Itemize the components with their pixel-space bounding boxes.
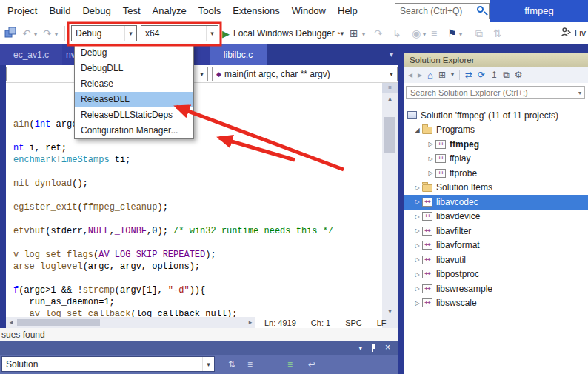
output-window-icon[interactable]: ⇅ [493,27,502,39]
chevron-down-icon[interactable]: ▾ [55,31,58,38]
solution-explorer-search-input[interactable]: Search Solution Explorer (Ctrl+;) ▾ [406,86,585,99]
chevron-down-icon[interactable]: ▾ [423,31,426,38]
menu-item-project[interactable]: Project [1,0,43,22]
solution-explorer-title[interactable]: Solution Explorer [404,53,588,67]
live-share-button[interactable]: Liv [561,27,586,40]
tree-item-solution-items[interactable]: ▷Solution Items [404,181,588,196]
indent-indicator[interactable]: SPC [345,318,362,327]
scroll-down-icon[interactable]: ▾ [382,306,398,316]
config-option-configuration-manager[interactable]: Configuration Manager... [75,123,193,138]
menu-item-help[interactable]: Help [332,0,364,22]
chevron-down-icon[interactable]: ▾ [362,31,365,38]
collapse-all-icon[interactable]: ↥ [490,70,498,79]
tree-item-libavutil[interactable]: ▷++libavutil [404,253,588,267]
chevron-down-icon[interactable]: ▾ [196,70,207,78]
immediate-window-icon[interactable]: ≡ [431,27,437,39]
back-icon[interactable]: ◂ [408,70,412,79]
expander-icon[interactable]: ▷ [412,198,422,205]
menu-item-analyze[interactable]: Analyze [147,0,193,22]
tree-item-programs[interactable]: ◢Programs [404,123,588,138]
line-indicator[interactable]: Ln: 4919 [264,318,296,327]
editor-health-indicator[interactable]: sues found [0,328,398,341]
bookmark-icon[interactable]: ⚑ [447,27,457,39]
redo-icon[interactable]: ↷ [43,27,52,39]
chevron-down-icon[interactable]: ▾ [206,26,218,41]
eol-indicator[interactable]: LF [377,318,387,327]
tree-item-libpostproc[interactable]: ▷++libpostproc [404,267,588,282]
expander-icon[interactable]: ▷ [412,300,422,307]
editor-split-handle[interactable]: ≡ [382,83,398,93]
tree-item-libswscale[interactable]: ▷++libswscale [404,296,588,311]
menu-item-debug[interactable]: Debug [76,0,116,22]
step-into-icon[interactable]: ↳ [392,27,401,39]
scroll-left-icon[interactable]: ◂ [6,317,16,328]
tree-item-ffprobe[interactable]: ▷++ffprobe [404,166,588,181]
column-indicator[interactable]: Ch: 1 [311,318,330,327]
sync-with-active-document-icon[interactable]: ⇄ [465,70,472,79]
expander-icon[interactable]: ▷ [412,213,422,220]
chevron-down-icon[interactable]: ▾ [124,26,136,41]
vertical-scrollbar-thumb[interactable] [384,117,395,153]
menu-item-build[interactable]: Build [43,0,76,22]
breakpoints-icon[interactable]: ◉ [412,27,421,39]
editor-vertical-scrollbar[interactable]: ≡ ▴ ▾ [382,83,398,317]
tree-item-ffmpeg[interactable]: ▷++ffmpeg [404,137,588,152]
menu-item-tools[interactable]: Tools [193,0,227,22]
menu-item-window[interactable]: Window [286,0,332,22]
list-icon[interactable]: ≡ [247,359,253,370]
config-option-releasedllstaticdeps[interactable]: ReleaseDLLStaticDeps [75,107,193,123]
undo-icon[interactable]: ↶ [22,27,31,39]
show-all-files-icon[interactable]: ⧉ [503,70,510,79]
menu-item-extensions[interactable]: Extensions [227,0,286,22]
tree-item-libswresample[interactable]: ▷++libswresample [404,281,588,296]
expander-icon[interactable]: ▷ [426,141,435,147]
start-debugging-button[interactable]: ▶ Local Windows Debugger ▾ [222,25,344,41]
save-all-icon[interactable] [4,27,17,41]
chevron-down-icon[interactable]: ▾ [34,31,37,38]
expander-icon[interactable]: ▷ [412,242,422,249]
config-option-debug[interactable]: Debug [75,45,193,61]
menu-item-test[interactable]: Test [117,0,147,22]
output-filter-dropdown[interactable]: Solution ▾ [1,356,215,372]
expander-icon[interactable]: ▷ [412,227,422,234]
editor-horizontal-scrollbar[interactable]: ◂ ▸ [6,317,255,328]
code-editor[interactable]: ain(int argc, char **argv)nt i, ret;ench… [6,83,382,317]
switch-views-icon[interactable]: ⊞ [438,70,446,79]
tab-libilbc-c[interactable]: libilbc.c [210,44,267,65]
expander-icon[interactable]: ▷ [412,285,422,292]
solution-configuration-dropdown[interactable]: Debug ▾ [71,25,137,41]
navbar-members-dropdown[interactable]: ◆ main(int argc, char ** argv) ▾ [212,67,398,81]
tree-item-solution-ffmpeg-11-of-11-projects[interactable]: Solution 'ffmpeg' (11 of 11 projects) [404,108,588,123]
close-icon[interactable]: × [385,342,390,353]
expander-icon[interactable]: ▷ [412,271,422,278]
output-window-titlebar[interactable]: ▾ × [0,341,398,355]
config-option-debugdll[interactable]: DebugDLL [75,61,193,76]
expander-icon[interactable]: ▷ [412,256,422,263]
expander-icon[interactable]: ▷ [412,184,422,191]
chevron-down-icon[interactable]: ▾ [386,70,397,78]
messages-icon[interactable]: ≡ [287,359,293,370]
swap-icon[interactable]: ⇅ [228,359,235,370]
scroll-right-icon[interactable]: ▸ [245,317,255,328]
chevron-down-icon[interactable]: ▾ [202,357,214,371]
watch-window-icon[interactable]: ⧉ [475,27,483,39]
word-wrap-icon[interactable]: ↩ [308,359,315,370]
expander-icon[interactable]: ◢ [412,127,422,133]
quick-search-input[interactable]: Search (Ctrl+Q) [395,3,490,19]
step-over-icon[interactable]: ↷ [374,27,383,39]
expander-icon[interactable]: ▷ [426,170,435,176]
pin-icon[interactable] [370,344,377,353]
properties-icon[interactable]: ⚙ [515,70,523,79]
profiler-icon[interactable]: ◔ [335,27,341,39]
chevron-down-icon[interactable]: ▾ [451,72,454,78]
window-position-icon[interactable]: ▾ [358,344,362,352]
config-option-releasedll[interactable]: ReleaseDLL [75,92,193,107]
forward-icon[interactable]: ▸ [418,70,422,79]
scroll-up-icon[interactable]: ▴ [382,93,398,104]
tree-item-ffplay[interactable]: ▷++ffplay [404,152,588,167]
chevron-down-icon[interactable]: ▾ [459,31,462,38]
tree-item-libavformat[interactable]: ▷++libavformat [404,238,588,253]
chevron-down-icon[interactable]: ▾ [578,90,584,96]
refresh-icon[interactable]: ⟳ [478,70,485,79]
tree-item-libavcodec[interactable]: ▷++libavcodec [404,195,588,210]
